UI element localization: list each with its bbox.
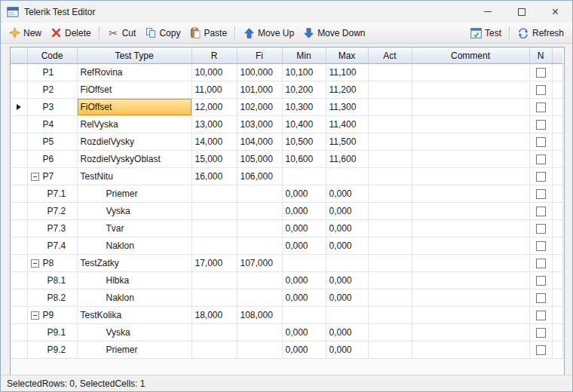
- close-button[interactable]: ×: [538, 1, 572, 23]
- act-cell[interactable]: [368, 220, 412, 237]
- act-cell[interactable]: [368, 81, 412, 99]
- fi-cell[interactable]: 108,000: [237, 307, 282, 324]
- fi-cell[interactable]: [237, 324, 282, 341]
- min-cell[interactable]: 0,000: [282, 341, 326, 359]
- fi-cell[interactable]: 101,000: [237, 81, 282, 99]
- max-cell[interactable]: [326, 168, 368, 185]
- header-test-type[interactable]: Test Type: [77, 47, 192, 64]
- comment-cell[interactable]: [412, 81, 529, 99]
- fi-cell[interactable]: 107,000: [237, 255, 282, 272]
- fi-cell[interactable]: 102,000: [237, 99, 282, 116]
- row-checkbox[interactable]: [536, 155, 546, 164]
- row-indicator-cell[interactable]: [11, 81, 27, 99]
- max-cell[interactable]: 0,000: [326, 289, 368, 307]
- row-indicator-cell[interactable]: [11, 220, 27, 237]
- act-cell[interactable]: [368, 307, 412, 324]
- header-max[interactable]: Max: [326, 47, 368, 64]
- code-cell[interactable]: P9.2: [27, 341, 77, 359]
- min-cell[interactable]: 0,000: [282, 272, 326, 289]
- check-cell[interactable]: [529, 324, 552, 341]
- row-indicator-cell[interactable]: [11, 116, 27, 133]
- check-cell[interactable]: [529, 185, 552, 203]
- max-cell[interactable]: [326, 255, 368, 272]
- r-cell[interactable]: [192, 341, 237, 359]
- max-cell[interactable]: 0,000: [326, 203, 368, 220]
- act-cell[interactable]: [368, 185, 412, 203]
- min-cell[interactable]: [282, 255, 326, 272]
- code-cell[interactable]: P1: [27, 64, 77, 81]
- row-indicator-cell[interactable]: [11, 64, 27, 81]
- max-cell[interactable]: 0,000: [326, 237, 368, 255]
- comment-cell[interactable]: [412, 133, 529, 151]
- collapse-icon[interactable]: [31, 311, 39, 320]
- check-cell[interactable]: [529, 307, 552, 324]
- check-cell[interactable]: [529, 151, 552, 168]
- min-cell[interactable]: [282, 168, 326, 185]
- header-min[interactable]: Min: [282, 47, 326, 64]
- max-cell[interactable]: 0,000: [326, 324, 368, 341]
- test-type-cell[interactable]: TestKolika: [77, 307, 192, 324]
- row-checkbox[interactable]: [536, 293, 546, 303]
- max-cell[interactable]: 11,600: [326, 151, 368, 168]
- r-cell[interactable]: [192, 272, 237, 289]
- max-cell[interactable]: 11,400: [326, 116, 368, 133]
- r-cell[interactable]: 11,000: [192, 81, 237, 99]
- r-cell[interactable]: 16,000: [192, 168, 237, 185]
- header-n[interactable]: N: [529, 47, 552, 64]
- max-cell[interactable]: 0,000: [326, 341, 368, 359]
- comment-cell[interactable]: [412, 220, 529, 237]
- max-cell[interactable]: 11,300: [326, 99, 368, 116]
- cut-button[interactable]: ✂ Cut: [103, 25, 141, 41]
- code-cell[interactable]: P7.4: [27, 237, 77, 255]
- r-cell[interactable]: 18,000: [192, 307, 237, 324]
- check-cell[interactable]: [529, 203, 552, 220]
- code-cell[interactable]: P8.1: [27, 272, 77, 289]
- max-cell[interactable]: 11,500: [326, 133, 368, 151]
- delete-button[interactable]: Delete: [46, 25, 96, 41]
- fi-cell[interactable]: 106,000: [237, 168, 282, 185]
- fi-cell[interactable]: [237, 203, 282, 220]
- row-checkbox[interactable]: [536, 68, 546, 78]
- max-cell[interactable]: [326, 307, 368, 324]
- fi-cell[interactable]: 103,000: [237, 116, 282, 133]
- min-cell[interactable]: 10,400: [282, 116, 326, 133]
- check-cell[interactable]: [529, 237, 552, 255]
- max-cell[interactable]: 0,000: [326, 272, 368, 289]
- r-cell[interactable]: [192, 185, 237, 203]
- minimize-button[interactable]: [470, 1, 504, 23]
- header-r[interactable]: R: [192, 47, 237, 64]
- min-cell[interactable]: 0,000: [282, 324, 326, 341]
- act-cell[interactable]: [368, 255, 412, 272]
- row-checkbox[interactable]: [536, 345, 546, 355]
- test-type-cell[interactable]: Vyska: [77, 203, 192, 220]
- paste-button[interactable]: Paste: [185, 25, 231, 41]
- copy-button[interactable]: Copy: [140, 25, 185, 41]
- row-checkbox[interactable]: [536, 103, 546, 112]
- header-fi[interactable]: Fi: [237, 47, 282, 64]
- code-cell[interactable]: P3: [27, 99, 77, 116]
- act-cell[interactable]: [368, 341, 412, 359]
- check-cell[interactable]: [529, 99, 552, 116]
- row-checkbox[interactable]: [536, 85, 546, 95]
- fi-cell[interactable]: [237, 272, 282, 289]
- row-indicator-cell[interactable]: [11, 99, 27, 116]
- code-cell[interactable]: P6: [27, 151, 77, 168]
- act-cell[interactable]: [368, 272, 412, 289]
- fi-cell[interactable]: [237, 341, 282, 359]
- row-checkbox[interactable]: [536, 276, 546, 286]
- comment-cell[interactable]: [412, 341, 529, 359]
- maximize-button[interactable]: [504, 1, 538, 23]
- test-button[interactable]: Test: [466, 25, 506, 41]
- comment-cell[interactable]: [412, 255, 529, 272]
- r-cell[interactable]: [192, 289, 237, 307]
- test-type-cell[interactable]: RelVyska: [77, 116, 192, 133]
- comment-cell[interactable]: [412, 289, 529, 307]
- row-indicator-cell[interactable]: [11, 237, 27, 255]
- comment-cell[interactable]: [412, 203, 529, 220]
- comment-cell[interactable]: [412, 307, 529, 324]
- act-cell[interactable]: [368, 168, 412, 185]
- row-indicator-cell[interactable]: [11, 168, 27, 185]
- min-cell[interactable]: 10,300: [282, 99, 326, 116]
- row-indicator-cell[interactable]: [11, 324, 27, 341]
- row-checkbox[interactable]: [536, 241, 546, 251]
